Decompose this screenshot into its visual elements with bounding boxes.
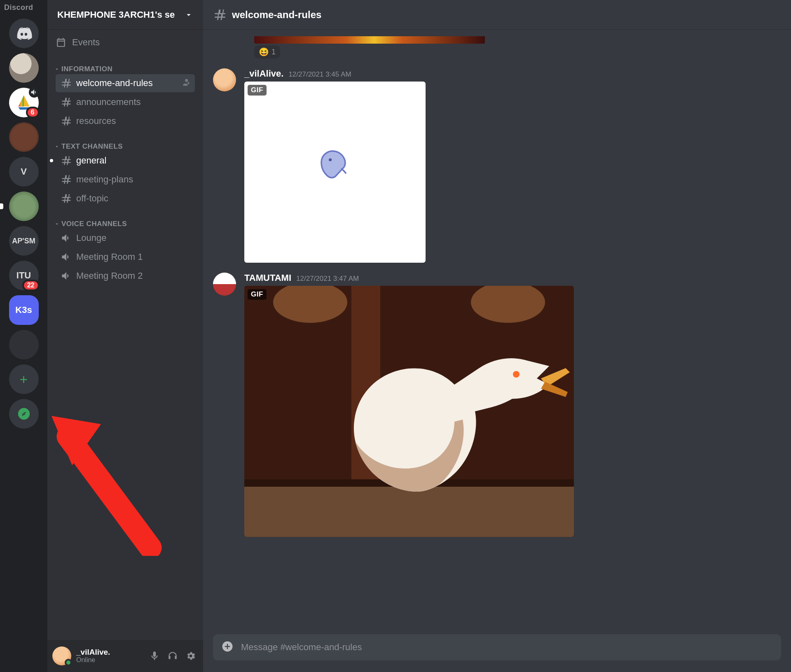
- channel-general[interactable]: general: [56, 152, 195, 170]
- calendar-icon: [56, 37, 66, 48]
- discord-logo-icon: [16, 25, 32, 42]
- channel-meeting-room-2[interactable]: Meeting Room 2: [56, 267, 195, 285]
- compass-icon: [17, 407, 31, 421]
- user-name: _vilAlive.: [76, 648, 110, 657]
- events-button[interactable]: Events: [47, 30, 203, 55]
- mic-icon: [149, 651, 160, 661]
- server-home[interactable]: [9, 19, 39, 48]
- events-label: Events: [72, 37, 100, 48]
- unread-badge: 22: [22, 280, 40, 291]
- discord-wordmark: Discord: [4, 3, 33, 12]
- server-item[interactable]: ITU 22: [9, 261, 39, 290]
- user-panel: _vilAlive. Online: [47, 640, 203, 672]
- gif-attachment[interactable]: GIF: [244, 286, 574, 537]
- category-information: INFORMATION welcome-and-rules announceme…: [47, 55, 203, 133]
- channel-meeting-plans[interactable]: meeting-plans: [56, 170, 195, 189]
- channel-meeting-room-1[interactable]: Meeting Room 1: [56, 248, 195, 266]
- hash-icon: [61, 115, 72, 127]
- svg-point-7: [513, 371, 520, 378]
- hash-icon: [61, 96, 72, 108]
- speaker-icon: [61, 232, 72, 244]
- server-item[interactable]: 6: [9, 88, 39, 117]
- speaker-icon: [61, 270, 72, 282]
- discover-servers-button[interactable]: [9, 399, 39, 429]
- server-item[interactable]: V: [9, 157, 39, 187]
- status-online-icon: [65, 659, 72, 666]
- gif-badge: GIF: [248, 289, 267, 300]
- category-voice-channels: VOICE CHANNELS Lounge Meeting Room 1 Mee…: [47, 210, 203, 287]
- headphones-icon: [167, 651, 178, 661]
- seagull-image-icon: [244, 286, 574, 537]
- hash-icon: [61, 155, 72, 166]
- channel-welcome-and-rules[interactable]: welcome-and-rules: [56, 74, 195, 92]
- channel-title: welcome-and-rules: [232, 9, 321, 21]
- unread-pill: [0, 203, 3, 209]
- gear-icon: [185, 651, 196, 661]
- channel-header: welcome-and-rules: [203, 0, 791, 30]
- message: _vilAlive. 12/27/2021 3:45 AM GIF: [213, 68, 781, 263]
- deafen-button[interactable]: [165, 649, 180, 663]
- gif-badge: GIF: [248, 85, 267, 96]
- server-item[interactable]: [9, 330, 39, 359]
- category-header[interactable]: INFORMATION: [52, 65, 198, 73]
- speaker-icon: [61, 251, 72, 263]
- message: TAMUTAMI 12/27/2021 3:47 AM GIF: [213, 273, 781, 537]
- server-name: KHEMPHONE 3ARCH1's se: [57, 9, 175, 20]
- add-server-button[interactable]: +: [9, 364, 39, 394]
- unread-badge: 6: [26, 107, 40, 118]
- channel-off-topic[interactable]: off-topic: [56, 189, 195, 208]
- server-item[interactable]: AP'SM: [9, 226, 39, 256]
- hash-icon: [61, 77, 72, 89]
- channel-sidebar: KHEMPHONE 3ARCH1's se Events INFORMATION…: [47, 0, 203, 672]
- chevron-down-icon: [54, 66, 60, 72]
- server-header[interactable]: KHEMPHONE 3ARCH1's se: [47, 0, 203, 30]
- svg-point-0: [329, 159, 332, 161]
- hash-icon: [61, 174, 72, 185]
- message-timestamp: 12/27/2021 3:47 AM: [296, 275, 359, 283]
- emoji-laugh-icon: 😆: [259, 47, 269, 57]
- mute-button[interactable]: [147, 649, 162, 663]
- chevron-down-icon: [184, 10, 193, 19]
- server-item-active[interactable]: K3s: [9, 295, 39, 325]
- gif-attachment[interactable]: GIF: [244, 82, 426, 263]
- message-composer: [203, 634, 791, 672]
- hash-icon: [213, 8, 227, 22]
- settings-button[interactable]: [183, 649, 198, 663]
- create-invite-icon[interactable]: [181, 77, 190, 89]
- user-avatar[interactable]: [52, 646, 71, 665]
- reaction-count: 1: [271, 48, 276, 56]
- message-author[interactable]: TAMUTAMI: [244, 273, 291, 283]
- attach-button[interactable]: [221, 640, 234, 654]
- hash-icon: [61, 193, 72, 204]
- channel-lounge[interactable]: Lounge: [56, 229, 195, 247]
- previous-attachment[interactable]: [254, 36, 485, 44]
- server-item[interactable]: [9, 122, 39, 152]
- channel-resources[interactable]: resources: [56, 112, 195, 130]
- svg-rect-2: [244, 483, 574, 537]
- message-author[interactable]: _vilAlive.: [244, 68, 283, 79]
- category-header[interactable]: VOICE CHANNELS: [52, 220, 198, 228]
- server-item[interactable]: [9, 191, 39, 221]
- chevron-down-icon: [54, 221, 60, 227]
- channel-announcements[interactable]: announcements: [56, 93, 195, 111]
- user-status: Online: [76, 656, 110, 664]
- reaction[interactable]: 😆 1: [254, 45, 280, 58]
- category-header[interactable]: TEXT CHANNELS: [52, 142, 198, 151]
- main-content: welcome-and-rules 😆 1 _vilAlive. 12/27/2…: [203, 0, 791, 672]
- category-text-channels: TEXT CHANNELS general meeting-plans off-…: [47, 133, 203, 210]
- server-list: Discord 6 V AP'SM ITU 22 K3s +: [0, 0, 47, 672]
- message-input[interactable]: [241, 642, 773, 653]
- message-timestamp: 12/27/2021 3:45 AM: [288, 70, 351, 79]
- chevron-down-icon: [54, 144, 60, 149]
- message-avatar[interactable]: [213, 273, 236, 296]
- message-avatar[interactable]: [213, 68, 236, 91]
- plus-circle-icon: [221, 640, 234, 653]
- message-list[interactable]: 😆 1 _vilAlive. 12/27/2021 3:45 AM GIF: [203, 30, 791, 634]
- voice-indicator-icon: [29, 87, 40, 98]
- server-item[interactable]: [9, 53, 39, 83]
- bird-drawing-icon: [304, 140, 358, 189]
